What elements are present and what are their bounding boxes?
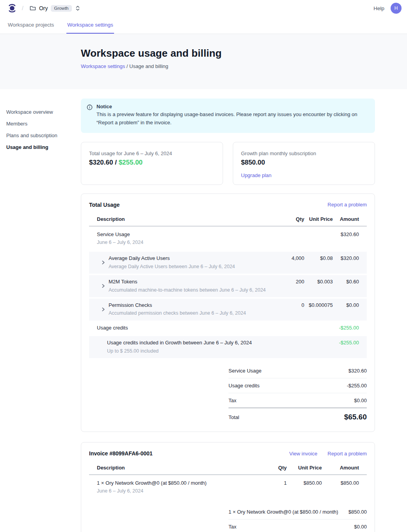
usage-table-title: Total Usage bbox=[89, 202, 120, 208]
invoice-totals: 1 × Ory Network Growth@0 (at $850.00 / m… bbox=[228, 505, 367, 532]
totals-row: Service Usage $320.60 bbox=[228, 364, 367, 378]
ory-logo-icon[interactable] bbox=[8, 3, 16, 13]
table-row: Service Usage June 6 – July 6, 2024 $320… bbox=[89, 226, 367, 251]
usage-included-amount: $255.00 bbox=[119, 159, 143, 166]
help-link[interactable]: Help bbox=[373, 5, 384, 11]
totals-label: Usage credits bbox=[228, 383, 259, 389]
row-qty: 1 bbox=[263, 480, 287, 486]
totals-label: Tax bbox=[228, 398, 236, 403]
upgrade-plan-link[interactable]: Upgrade plan bbox=[241, 172, 271, 178]
total-usage-value: $320.60 / $255.00 bbox=[89, 159, 215, 167]
sidebar-item-workspace-overview[interactable]: Workspace overview bbox=[6, 109, 77, 115]
tab-workspace-projects[interactable]: Workspace projects bbox=[7, 16, 55, 34]
totals-row: 1 × Ory Network Growth@0 (at $850.00 / m… bbox=[228, 505, 367, 519]
row-title: Service Usage bbox=[97, 231, 273, 238]
table-row[interactable]: M2M Tokens Accumulated machine-to-machin… bbox=[89, 275, 367, 297]
totals-label: 1 × Ory Network Growth@0 (at $850.00 / m… bbox=[228, 509, 338, 515]
total-usage-table-card: Total Usage Report a problem Description… bbox=[81, 193, 375, 432]
row-title: Average Daily Active Users bbox=[109, 255, 235, 262]
workspace-name[interactable]: Ory bbox=[39, 5, 48, 11]
subscription-label: Growth plan monthly subscription bbox=[241, 150, 367, 156]
usage-used-amount: $320.60 bbox=[89, 159, 113, 166]
totals-grand-row: Total $65.60 bbox=[228, 408, 367, 425]
row-title: 1 × Ory Network Growth@0 (at $850.00 / m… bbox=[97, 480, 263, 486]
workspace-switcher-icon[interactable] bbox=[75, 5, 80, 11]
row-amount: $850.00 bbox=[322, 480, 367, 486]
info-icon bbox=[87, 104, 93, 110]
breadcrumb: Workspace settings / Usage and billing bbox=[81, 63, 407, 69]
row-amount: -$255.00 bbox=[333, 340, 367, 346]
preview-notice: Notice This is a preview feature for dis… bbox=[81, 99, 375, 133]
chevron-right-icon[interactable] bbox=[101, 307, 105, 312]
row-qty: 4,000 bbox=[273, 255, 304, 261]
sidebar-item-plans-and-subscription[interactable]: Plans and subscription bbox=[6, 132, 77, 139]
row-unit-price: $850.00 bbox=[287, 480, 322, 486]
breadcrumb-workspace-settings-link[interactable]: Workspace settings bbox=[81, 63, 125, 69]
table-row: Usage credits included in Growth between… bbox=[89, 336, 367, 358]
usage-totals: Service Usage $320.60 Usage credits -$25… bbox=[228, 364, 367, 425]
column-amount: Amount bbox=[322, 465, 367, 471]
invoice-title: Invoice #8099AFA6-0001 bbox=[89, 450, 153, 457]
table-row[interactable]: Permission Checks Accumulated permission… bbox=[89, 299, 367, 321]
sidebar-item-members[interactable]: Members bbox=[6, 120, 77, 127]
total-usage-label: Total usage for June 6 – July 6, 2024 bbox=[89, 150, 215, 156]
row-amount: -$255.00 bbox=[333, 325, 367, 331]
row-subtitle: Accumulated permission checks between Ju… bbox=[109, 310, 246, 317]
column-qty: Qty bbox=[263, 465, 287, 471]
usage-separator: / bbox=[113, 159, 118, 166]
row-qty: 0 bbox=[273, 302, 304, 308]
row-subtitle: June 6 – July 6, 2024 bbox=[97, 488, 263, 494]
row-subtitle: June 6 – July 6, 2024 bbox=[97, 240, 273, 246]
invoice-table: Description Qty Unit Price Amount 1 × Or… bbox=[89, 465, 367, 499]
row-amount: $0.00 bbox=[333, 302, 367, 308]
usage-table-header-row: Description Qty Unit Price Amount bbox=[89, 216, 367, 226]
row-unit-price: $0.000075 bbox=[304, 302, 333, 308]
usage-table: Description Qty Unit Price Amount Servic… bbox=[89, 216, 367, 358]
subscription-card: Growth plan monthly subscription $850.00… bbox=[233, 142, 375, 185]
report-problem-link-invoice[interactable]: Report a problem bbox=[328, 451, 367, 457]
row-title: M2M Tokens bbox=[109, 279, 266, 285]
page-title: Workspace usage and billing bbox=[81, 47, 407, 59]
row-unit-price: $0.003 bbox=[304, 279, 333, 285]
settings-sidebar: Workspace overview Members Plans and sub… bbox=[6, 109, 77, 156]
table-row[interactable]: Average Daily Active Users Average Daily… bbox=[89, 252, 367, 274]
invoice-card: Invoice #8099AFA6-0001 View invoice Repo… bbox=[81, 442, 375, 532]
totals-value: $850.00 bbox=[348, 509, 367, 515]
row-title: Usage credits bbox=[97, 325, 333, 331]
row-unit-price: $0.08 bbox=[304, 255, 333, 261]
chevron-right-icon[interactable] bbox=[101, 284, 105, 288]
row-title: Usage credits included in Growth between… bbox=[107, 340, 333, 346]
breadcrumb-separator: / bbox=[22, 5, 23, 11]
grand-total-label: Total bbox=[228, 414, 239, 420]
column-description: Description bbox=[89, 465, 263, 471]
sidebar-item-usage-and-billing[interactable]: Usage and billing bbox=[6, 144, 77, 150]
totals-row: Tax $0.00 bbox=[228, 519, 367, 532]
table-row: 1 × Ory Network Growth@0 (at $850.00 / m… bbox=[89, 475, 367, 499]
totals-value: $320.60 bbox=[348, 368, 367, 374]
invoice-table-header-row: Description Qty Unit Price Amount bbox=[89, 465, 367, 475]
chevron-right-icon[interactable] bbox=[101, 260, 105, 265]
view-invoice-link[interactable]: View invoice bbox=[289, 451, 318, 457]
subscription-amount: $850.00 bbox=[241, 159, 367, 167]
totals-value: -$255.00 bbox=[347, 383, 367, 389]
notice-body: This is a preview feature for displaying… bbox=[96, 111, 369, 127]
folder-icon bbox=[30, 5, 36, 11]
top-bar: / Ory Growth Help H bbox=[0, 0, 407, 16]
breadcrumb-current: / Usage and billing bbox=[125, 63, 168, 69]
column-description: Description bbox=[89, 216, 273, 222]
report-problem-link-usage[interactable]: Report a problem bbox=[328, 202, 367, 208]
total-usage-card: Total usage for June 6 – July 6, 2024 $3… bbox=[81, 142, 223, 185]
avatar[interactable]: H bbox=[391, 3, 402, 14]
totals-label: Service Usage bbox=[228, 368, 262, 374]
totals-value: $0.00 bbox=[354, 524, 367, 530]
row-subtitle: Up to $ 255.00 included bbox=[107, 348, 333, 355]
column-amount: Amount bbox=[333, 216, 367, 222]
workspace-tabs: Workspace projects Workspace settings bbox=[0, 16, 407, 34]
grand-total-value: $65.60 bbox=[344, 413, 367, 421]
row-subtitle: Accumulated machine-to-machine tokens be… bbox=[109, 287, 266, 294]
column-unit-price: Unit Price bbox=[287, 465, 322, 471]
totals-row: Tax $0.00 bbox=[228, 393, 367, 408]
table-row: Usage credits -$255.00 bbox=[89, 321, 367, 335]
tab-workspace-settings[interactable]: Workspace settings bbox=[66, 16, 114, 34]
column-unit-price: Unit Price bbox=[304, 216, 333, 222]
